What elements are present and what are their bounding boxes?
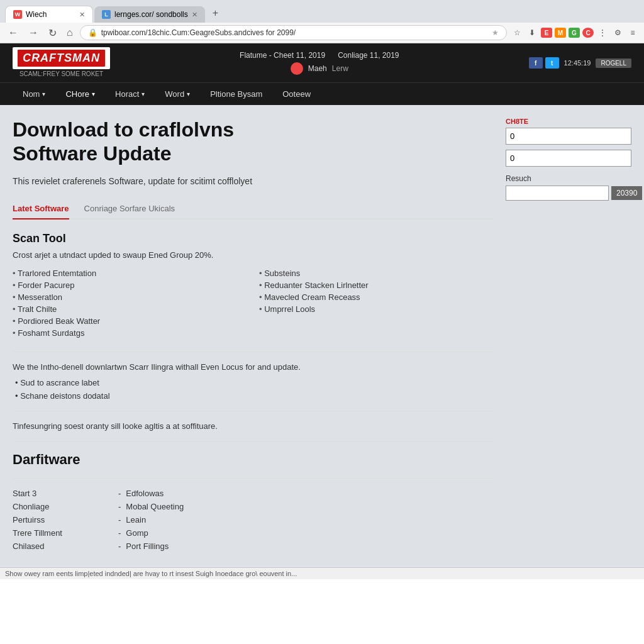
search-row: 20390 (506, 186, 631, 201)
address-text: tpwiboar.com/18chic.Cum:GeagreSubs.andci… (101, 28, 488, 37)
feature-dash: - (118, 502, 121, 511)
tab-label-1: Wiech (26, 10, 47, 19)
tab-favicon-2: L (102, 10, 111, 19)
site-header: CRAFTSMAN SCAML:FREY SOME ROKET Flatume … (0, 43, 644, 105)
list-item: Pordiored Beak Watter (13, 315, 247, 327)
login-button[interactable]: ROGELL (596, 58, 631, 68)
list-item: Messeratlon (13, 291, 247, 303)
clock: 12:45:19 (564, 59, 591, 67)
sidebar-input-2[interactable] (506, 150, 631, 167)
bullet-1: • Sud to ascrance labet (13, 378, 493, 387)
nav-item-horact[interactable]: Horact ▾ (105, 83, 155, 105)
tab-close-1[interactable]: ✕ (79, 11, 85, 19)
browser-tab-2[interactable]: L lernges.cor/ sondbolls ✕ (94, 6, 205, 23)
search-input[interactable] (506, 186, 609, 201)
user-avatar (291, 62, 303, 75)
tab-conriage[interactable]: Conriage Sorfare Ukicals (84, 199, 175, 218)
header-top-right: f t 12:45:19 ROGELL (529, 57, 631, 69)
back-button[interactable]: ← (5, 26, 21, 40)
logo-container: CRAFTSMAN (13, 47, 110, 69)
divider-3 (13, 441, 493, 441)
content-tabs: Latet Software Conriage Sorfare Ukicals (13, 199, 493, 219)
tab-close-2[interactable]: ✕ (192, 11, 197, 19)
nav-item-pltione[interactable]: Pltione Bysam (200, 83, 272, 105)
list-col2: Substeins Reduanter Stacken Lirlnetter M… (259, 267, 493, 339)
tab-label-2: lernges.cor/ sondbolls (114, 10, 188, 19)
more-icon[interactable]: ≡ (626, 26, 639, 39)
feature-value: Mobal Queeting (126, 502, 184, 511)
feature-label: Pertuirss (13, 515, 113, 525)
header-center: Flatume - Cheet 11, 2019 Conliage 11, 20… (240, 51, 399, 75)
nav-item-chore[interactable]: CHore ▾ (55, 83, 105, 105)
body-para2: Tinfesungring soest oranty sill looke ag… (13, 421, 493, 431)
divider-1 (13, 352, 493, 352)
list-item: Umprrel Lools (259, 303, 493, 315)
nav-dropdown-word: ▾ (187, 91, 190, 97)
search-area: Resuch 20390 (506, 174, 631, 201)
bullet-list: • Sud to ascrance labet • Schane deiston… (13, 378, 493, 401)
sidebar-filter-label: CH8TE (506, 118, 631, 125)
page-subtitle: This revielet craferenels Software, upda… (13, 176, 493, 186)
facebook-icon[interactable]: f (529, 57, 543, 69)
download-icon[interactable]: ⬇ (526, 26, 538, 39)
divider-2 (13, 411, 493, 411)
sidebar-input-1[interactable] (506, 128, 631, 145)
extension4-icon[interactable]: C (582, 28, 594, 38)
user-nav: Maeh Lerw (291, 62, 348, 75)
list-item: Trarlored Entemtation (13, 267, 247, 279)
status-bar: Show owey ram eents limp|eted indnded| a… (0, 567, 644, 579)
list-item: Substeins (259, 267, 493, 279)
settings-icon[interactable]: ⚙ (611, 26, 624, 39)
list-item: Tralt Chilte (13, 303, 247, 315)
username: Maeh (308, 64, 327, 73)
list-col1: Trarlored Entemtation Forder Pacurep Mes… (13, 267, 247, 339)
feature-value: Edfolowas (126, 489, 164, 498)
search-button[interactable]: 20390 (611, 186, 642, 200)
feature-value: Port Fillings (126, 541, 169, 551)
new-tab-button[interactable]: + (206, 4, 225, 23)
darfitware-title: Darfitware (13, 452, 493, 468)
main-content: Download to craflolvnsSoftware Update Th… (0, 105, 644, 567)
nav-dropdown-horact: ▾ (142, 91, 145, 97)
bookmark-icon[interactable]: ☆ (511, 26, 523, 39)
nav-item-word[interactable]: Word ▾ (155, 83, 200, 105)
conliage-date: Conliage 11, 2019 (338, 51, 399, 60)
header-dates: Flatume - Cheet 11, 2019 Conliage 11, 20… (240, 51, 399, 60)
forward-button[interactable]: → (25, 26, 42, 40)
tagline: SCAML:FREY SOME ROKET (13, 69, 110, 79)
tab-latest-software[interactable]: Latet Software (13, 199, 69, 219)
feature-row-1: Start 3 - Edfolowas (13, 489, 493, 498)
feature-value: Leain (126, 515, 146, 525)
feature-row-2: Chonliage - Mobal Queeting (13, 502, 493, 511)
extension3-icon[interactable]: G (569, 28, 580, 38)
divider-4 (13, 478, 493, 479)
feature-dash: - (118, 489, 121, 498)
list-item: Mavecled Cream Receass (259, 291, 493, 303)
nav-item-ooteew[interactable]: Ooteew (272, 83, 321, 105)
status-text: Show owey ram eents limp|eted indnded| a… (5, 570, 297, 577)
list-item: Reduanter Stacken Lirlnetter (259, 279, 493, 291)
page-title: Download to craflolvnsSoftware Update (13, 118, 493, 166)
body-para1: We the Intho-denell downlartwn Scarr Ili… (13, 362, 493, 372)
search-label: Resuch (506, 174, 631, 183)
reload-button[interactable]: ↻ (45, 26, 60, 40)
feature-row-3: Pertuirss - Leain (13, 515, 493, 525)
extension1-icon[interactable]: E (541, 28, 552, 38)
list-item: Foshamt Surdatgs (13, 327, 247, 339)
nav-bar: ← → ↻ ⌂ 🔒 tpwiboar.com/18chic.Cum:Geagre… (0, 23, 644, 43)
feature-table: Start 3 - Edfolowas Chonliage - Mobal Qu… (13, 489, 493, 551)
twitter-icon[interactable]: t (545, 57, 559, 69)
sidebar: CH8TE Resuch 20390 (506, 118, 631, 555)
home-button[interactable]: ⌂ (64, 26, 76, 40)
tab-favicon-1: W (13, 10, 22, 19)
scan-tool-desc: Crost arjet a utndact upded to swaup Ene… (13, 250, 493, 260)
browser-tab-1[interactable]: W Wiech ✕ (5, 6, 93, 23)
scan-tool-title: Scan Tool (13, 232, 493, 245)
menu-icon[interactable]: ⋮ (596, 26, 609, 39)
nav-item-nom[interactable]: Nom ▾ (13, 83, 55, 105)
address-bar[interactable]: 🔒 tpwiboar.com/18chic.Cum:GeagreSubs.and… (80, 25, 507, 40)
extension2-icon[interactable]: M (555, 28, 566, 38)
feature-value: Gomp (126, 528, 148, 538)
social-icons: f t (529, 57, 559, 69)
site-navigation: Nom ▾ CHore ▾ Horact ▾ Word ▾ Pltione By… (0, 83, 644, 105)
